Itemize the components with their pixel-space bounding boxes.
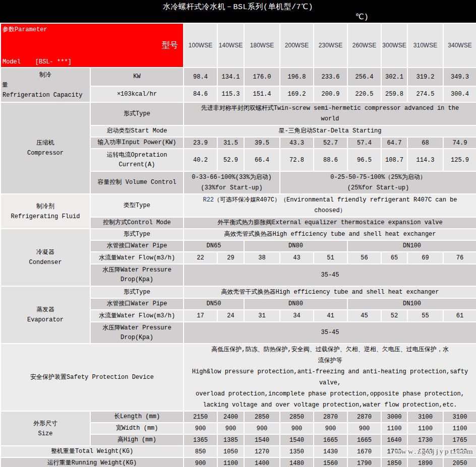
text-line: 流保护等 xyxy=(184,355,476,366)
row-label: KW xyxy=(90,68,184,86)
row-label: 启动类型Start Mode xyxy=(90,125,184,137)
value-cell: 1560 xyxy=(314,457,347,467)
value-cell: 1270 xyxy=(244,446,280,457)
value-cell: 200.9 xyxy=(314,86,347,102)
value-cell: 23.9 xyxy=(184,137,217,149)
value-cell: 2870 xyxy=(314,411,347,423)
text-line: Refrigerating Fluid xyxy=(1,212,90,222)
group-value: DN50 xyxy=(184,298,244,310)
row-label: 高High (mm) xyxy=(90,434,184,446)
model-code-label: Model [BSL- ***] xyxy=(3,58,72,65)
row-label: 运转电流Opretation Current(A) xyxy=(90,149,184,171)
text-line: 制冷 xyxy=(1,70,90,80)
watermark-url: www.zgxjjypt.com xyxy=(394,447,474,456)
text-line: (25%for Start-up) xyxy=(280,183,476,193)
row-label: 水压降Water Pressure Drop(Kpa) xyxy=(90,264,184,286)
model-column-header: 100WSE xyxy=(184,23,217,68)
value-cell: 900 xyxy=(244,423,280,434)
model-column-header: 300WSE xyxy=(381,23,407,68)
text-line: DN80 xyxy=(245,241,347,251)
text-line: DN50 xyxy=(184,299,244,309)
text-line: world xyxy=(184,114,476,124)
value-cell: 1050 xyxy=(217,446,244,457)
value-cell: 300.4 xyxy=(443,86,476,102)
text-line: 35-45 xyxy=(184,270,476,281)
row-label: 形式Type xyxy=(90,286,184,298)
value-cell: 196.8 xyxy=(280,68,314,86)
group-value: DN100 xyxy=(347,240,476,252)
value-cell: 43.3 xyxy=(280,137,314,149)
text-line: 外平衡式热力膨胀阀External equalizer thermostaice… xyxy=(184,218,476,228)
model-column-header: 230WSE xyxy=(314,23,347,68)
value-cell: 900 xyxy=(347,423,381,434)
value-cell: 1100 xyxy=(217,457,244,467)
text-line: Compressor xyxy=(1,148,90,158)
table-row: 制冷剂Refrigerating Fluid类型TypeR22（可选环保冷媒R4… xyxy=(1,194,476,217)
value-cell: 40.2 xyxy=(184,149,217,171)
text-line: 量 xyxy=(1,80,90,90)
row-label: 容量控制 Volume Control xyxy=(90,171,184,194)
text-line: DN100 xyxy=(348,299,476,309)
value-cell: 900 xyxy=(184,423,217,434)
value-cell: 41 xyxy=(314,310,347,322)
value-cell: 151.4 xyxy=(244,86,280,102)
value-cell: 65 xyxy=(381,252,407,264)
table-row: 冷凝器Condenser形式Type高效壳管式换热器High efficienc… xyxy=(1,229,476,240)
table-row: 运行重量Running Weight(KG)900110014001480156… xyxy=(1,457,476,467)
value-cell: 220.5 xyxy=(347,86,381,102)
value-cell: 1400 xyxy=(244,457,280,467)
value-cell: 1365 xyxy=(184,434,217,446)
value-cell: 900 xyxy=(280,423,314,434)
text-line: 先进非对称半封闭双螺杆式Twin-screw semi-hermetic com… xyxy=(184,103,476,114)
value-cell: 1480 xyxy=(280,457,314,467)
value-cell: 3000 xyxy=(381,411,407,423)
parameter-label: 参数Parameter xyxy=(3,25,47,34)
merged-value: 35-45 xyxy=(184,264,476,286)
merged-value: 高效壳管干式换热器High efficiency tube and shell … xyxy=(184,286,476,298)
table-row: 压缩机Compressor形式Type先进非对称半封闭双螺杆式Twin-scre… xyxy=(1,102,476,125)
value-cell: 39.5 xyxy=(244,137,280,149)
row-label: 水流量Water Flow(m3/h) xyxy=(90,252,184,264)
value-cell: 274.5 xyxy=(407,86,443,102)
row-label: 类型Type xyxy=(90,194,184,217)
model-column-header: 310WSE xyxy=(407,23,443,68)
section-label-condenser-form: 冷凝器Condenser xyxy=(1,229,90,286)
value-cell: 66.4 xyxy=(244,149,280,171)
row-label: 形式Type xyxy=(90,229,184,240)
table-row: 制冷量Refrigeration CapacityKW98.4134.1176.… xyxy=(1,68,476,86)
text-line: （可选环保冷媒R407C）（Environmental friendly ref… xyxy=(214,196,457,204)
text-line: 外形尺寸 xyxy=(1,419,90,429)
parameter-model-cell: 参数Parameter 型号 Model [BSL- ***] xyxy=(1,23,184,68)
value-cell: 1100 xyxy=(407,423,443,434)
group-value: DN80 xyxy=(244,298,347,310)
value-cell: 1100 xyxy=(381,423,407,434)
merged-value: 外平衡式热力膨胀阀External equalizer thermostaice… xyxy=(184,217,476,229)
section-label-length: 外形尺寸Size xyxy=(1,411,90,446)
text-line: High&low pressure protection,anti-freezi… xyxy=(184,366,476,377)
value-cell: 51 xyxy=(314,252,347,264)
value-cell: 256.4 xyxy=(347,68,381,86)
value-cell: 176.0 xyxy=(244,68,280,86)
value-cell: 1730 xyxy=(407,434,443,446)
value-cell: 319.2 xyxy=(407,68,443,86)
value-cell: 88.6 xyxy=(314,149,347,171)
accent-text: R22 xyxy=(203,196,214,204)
value-cell: 302.1 xyxy=(381,68,407,86)
merged-value: 高效壳管式换热器High efficiency tube and shell h… xyxy=(184,229,476,240)
table-row: 安全保护装置Safety Protection Device高低压保护,防冻、防… xyxy=(1,344,476,411)
row-label: 控制方式Control Mode xyxy=(90,217,184,229)
value-cell: 2400 xyxy=(217,411,244,423)
merged-value: 高低压保护,防冻、防热保护,安全阀、过载保护、欠相、逆相、欠电压、过电压保护，水… xyxy=(184,344,476,411)
merged-value: 星-三角启动Star-Delta Starting xyxy=(184,125,476,137)
value-cell: 1640 xyxy=(381,434,407,446)
value-cell: 29 xyxy=(217,252,244,264)
text-line: 蒸发器 xyxy=(1,305,90,315)
group-value: DN80 xyxy=(244,240,347,252)
title-overflow-text: ℃) xyxy=(355,12,369,22)
section-label-evaporator-form: 蒸发器Evaporator xyxy=(1,286,90,344)
value-cell: 169.2 xyxy=(280,86,314,102)
value-cell: 1670 xyxy=(347,446,381,457)
text-line: Size xyxy=(1,429,90,439)
value-cell: 98.4 xyxy=(184,68,217,86)
value-cell: 900 xyxy=(314,423,347,434)
